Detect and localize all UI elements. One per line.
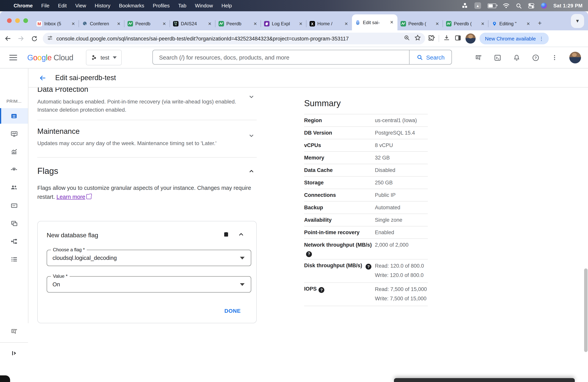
- new-tab-button[interactable]: +: [538, 20, 542, 27]
- more-vert-icon[interactable]: ⋮: [539, 36, 544, 42]
- sidebar-item-query-insights[interactable]: [0, 144, 28, 159]
- chrome-update-button[interactable]: New Chrome available ⋮: [480, 33, 549, 44]
- menubar-item-edit[interactable]: Edit: [54, 3, 71, 9]
- url-text[interactable]: console.cloud.google.com/sql/instances/s…: [56, 36, 404, 42]
- battery-icon[interactable]: [488, 3, 496, 8]
- choose-flag-select[interactable]: Choose a flag * cloudsql.logical_decodin…: [47, 250, 251, 266]
- sidebar-item-operations[interactable]: [0, 251, 28, 267]
- siri-icon[interactable]: [541, 3, 547, 9]
- tab-peerdb-3[interactable]: Peerdb (✕: [398, 17, 443, 30]
- menubar-item-file[interactable]: File: [37, 3, 54, 9]
- tab-peerdb-4[interactable]: Peerdb (✕: [443, 17, 488, 30]
- cloud-shell-icon[interactable]: [493, 53, 502, 62]
- close-tab-icon[interactable]: ✕: [435, 21, 440, 26]
- close-tab-icon[interactable]: ✕: [344, 21, 349, 26]
- tab-search-chevron-button[interactable]: ▼: [571, 14, 584, 28]
- extensions-icon[interactable]: [427, 34, 435, 43]
- tab-peerdb-1[interactable]: Peerdb✕: [125, 17, 170, 30]
- menubar-item-history[interactable]: History: [90, 3, 115, 9]
- menubar-clock[interactable]: Sat 1:29 PM: [553, 3, 583, 9]
- google-cloud-logo[interactable]: GoogleCloud: [27, 53, 73, 62]
- sidebar-item-system-insights[interactable]: [0, 126, 28, 142]
- help-icon[interactable]: ?: [366, 264, 371, 270]
- grid-blocks-icon[interactable]: [462, 3, 468, 8]
- expand-section-icon[interactable]: [249, 133, 254, 140]
- close-window-button[interactable]: [7, 18, 12, 23]
- close-tab-icon[interactable]: ✕: [116, 21, 121, 26]
- learn-more-link[interactable]: Learn more: [56, 194, 85, 200]
- close-tab-icon[interactable]: ✕: [207, 21, 212, 26]
- project-picker-button[interactable]: test: [86, 50, 122, 65]
- shield-app-icon[interactable]: ▲: [474, 2, 481, 9]
- side-panel-icon[interactable]: [454, 34, 462, 43]
- expand-section-icon[interactable]: [249, 94, 254, 101]
- help-icon[interactable]: ?: [531, 53, 540, 62]
- gcp-search-input[interactable]: [153, 50, 409, 64]
- minimize-window-button[interactable]: [15, 18, 20, 23]
- more-vert-icon[interactable]: [550, 53, 559, 62]
- close-tab-icon[interactable]: ✕: [480, 21, 485, 26]
- help-icon[interactable]: ?: [319, 287, 325, 293]
- zoom-in-icon[interactable]: [404, 34, 410, 42]
- gcp-search-button[interactable]: Search: [409, 50, 452, 64]
- menubar-item-tab[interactable]: Tab: [174, 3, 191, 9]
- download-icon[interactable]: [443, 34, 450, 43]
- menubar-item-window[interactable]: Window: [191, 3, 217, 9]
- browser-profile-avatar[interactable]: [465, 33, 476, 43]
- sidebar-item-databases[interactable]: [0, 198, 28, 213]
- collapse-panel-button[interactable]: [0, 345, 28, 361]
- sidebar-item-replicas[interactable]: [0, 233, 28, 249]
- menubar-item-profiles[interactable]: Profiles: [148, 3, 174, 9]
- sidebar-item-release-notes[interactable]: [0, 324, 28, 339]
- gcp-search-bar[interactable]: Search: [152, 50, 452, 64]
- section-summary: Automatic backups enabled. Point-in-time…: [37, 98, 247, 114]
- menubar-app-name[interactable]: Chrome: [9, 3, 37, 9]
- done-button[interactable]: DONE: [224, 308, 241, 314]
- x-twitter-icon: X: [310, 21, 315, 26]
- menubar-item-help[interactable]: Help: [217, 3, 236, 9]
- flag-value-select[interactable]: Value * On: [47, 276, 251, 293]
- account-avatar[interactable]: [569, 52, 581, 64]
- control-center-icon[interactable]: [528, 2, 534, 9]
- close-tab-icon[interactable]: ✕: [389, 20, 394, 25]
- tab-editing[interactable]: Editing "✕: [488, 17, 534, 30]
- bookmark-star-icon[interactable]: [414, 34, 421, 43]
- menubar-item-view[interactable]: View: [71, 3, 90, 9]
- back-arrow-icon[interactable]: [39, 74, 47, 82]
- forward-icon[interactable]: [16, 33, 26, 44]
- tab-log-explorer[interactable]: Log Expl✕: [261, 17, 306, 30]
- sidenav-section-label: PRIM...: [0, 99, 28, 104]
- reload-icon[interactable]: [29, 33, 40, 44]
- collapse-card-icon[interactable]: [238, 231, 244, 239]
- close-tab-icon[interactable]: ✕: [298, 21, 303, 26]
- close-tab-icon[interactable]: ✕: [526, 21, 531, 26]
- close-tab-icon[interactable]: ✕: [253, 21, 258, 26]
- scrollbar-thumb[interactable]: [584, 268, 588, 352]
- help-icon[interactable]: ?: [306, 251, 312, 257]
- sidebar-item-users[interactable]: [0, 180, 28, 195]
- url-bar[interactable]: console.cloud.google.com/sql/instances/s…: [43, 33, 425, 44]
- summary-row: vCPUs8 vCPU: [304, 139, 428, 151]
- tab-x-home[interactable]: X Home /✕: [306, 17, 352, 30]
- wifi-icon[interactable]: [503, 2, 509, 9]
- notifications-bell-icon[interactable]: [512, 53, 521, 62]
- delete-flag-icon[interactable]: [223, 231, 230, 240]
- close-tab-icon[interactable]: ✕: [162, 21, 167, 26]
- spotlight-search-icon[interactable]: [516, 2, 522, 9]
- sidebar-item-backups[interactable]: [0, 215, 28, 231]
- hamburger-menu-icon[interactable]: [9, 55, 17, 60]
- tab-peerdb-2[interactable]: Peerdb✕: [215, 17, 261, 30]
- tab-inbox[interactable]: M Inbox (5✕: [33, 17, 79, 30]
- tab-edit-sai-active[interactable]: Edit sai-✕: [352, 14, 398, 30]
- collapse-section-icon[interactable]: [249, 169, 254, 176]
- tab-dais24[interactable]: DAIS DAIS24✕: [170, 17, 215, 30]
- close-tab-icon[interactable]: ✕: [71, 21, 76, 26]
- back-icon[interactable]: [2, 33, 13, 44]
- site-settings-icon[interactable]: [47, 34, 53, 42]
- menubar-item-bookmarks[interactable]: Bookmarks: [115, 3, 148, 9]
- sidebar-item-connections[interactable]: [0, 162, 28, 177]
- zoom-window-button[interactable]: [23, 18, 28, 23]
- sidebar-item-overview[interactable]: [0, 108, 28, 124]
- release-notes-icon[interactable]: [474, 53, 483, 62]
- tab-conference[interactable]: Conferen✕: [79, 17, 125, 30]
